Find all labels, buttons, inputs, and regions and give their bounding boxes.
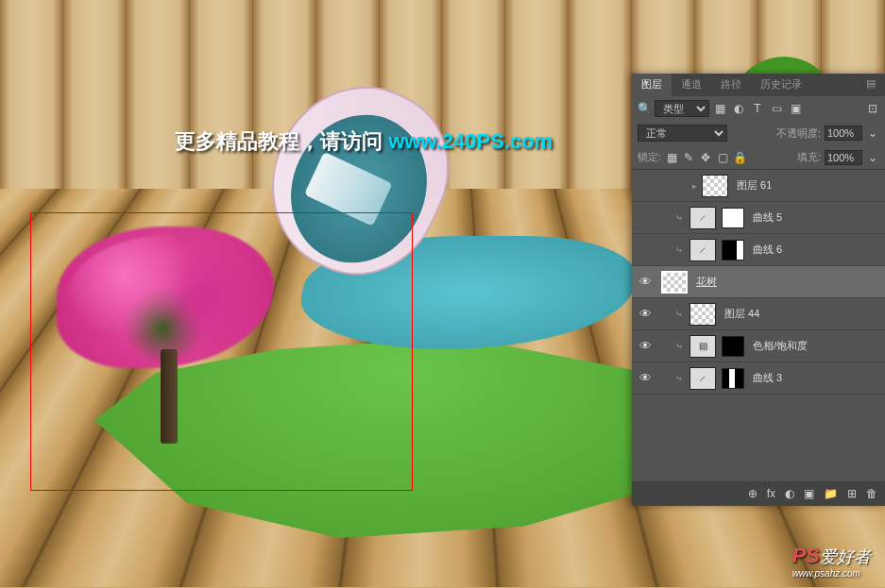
layers-panel: 图层 通道 路径 历史记录 ▤ 🔍 类型 ▦ ◐ T ▭ ▣ ⊡ 正常 不透明度… (632, 74, 885, 506)
adjustment-layer-icon[interactable]: ▣ (804, 487, 814, 500)
layer-item-selected[interactable]: 👁 花树 (632, 266, 885, 298)
tab-paths[interactable]: 路径 (711, 74, 751, 96)
new-layer-icon[interactable]: ⊞ (847, 487, 857, 500)
visibility-toggle[interactable]: 👁 (636, 273, 655, 292)
chevron-down-icon[interactable]: ⌄ (866, 151, 879, 164)
lock-brush-icon[interactable]: ✎ (682, 151, 695, 164)
layer-mask-icon[interactable]: ◐ (785, 487, 794, 500)
filter-adjustment-icon[interactable]: ◐ (732, 102, 745, 115)
tab-channels[interactable]: 通道 (672, 74, 711, 96)
layer-thumbnail[interactable]: ▤ (689, 335, 716, 358)
filter-type-icon[interactable]: T (751, 102, 764, 115)
layer-mask-thumbnail[interactable] (722, 368, 744, 389)
lock-artboard-icon[interactable]: ▢ (716, 151, 729, 164)
layer-thumbnail[interactable] (689, 303, 716, 326)
lock-row: 锁定: ▦ ✎ ✥ ▢ 🔒 填充: ⌄ (632, 145, 885, 170)
flower-tree-element (57, 227, 302, 462)
layer-thumbnail[interactable] (661, 271, 688, 294)
clip-indicator-icon: ⤷ (675, 341, 687, 351)
panel-tabs: 图层 通道 路径 历史记录 ▤ (632, 74, 885, 96)
layer-item[interactable]: 👁 ⤷ 图层 44 (632, 298, 885, 330)
clip-indicator-icon: ⤷ (675, 309, 687, 319)
filter-toggle-icon[interactable]: ⊡ (866, 102, 879, 115)
filter-pixel-icon[interactable]: ▦ (713, 102, 726, 115)
visibility-toggle[interactable] (636, 241, 655, 260)
layer-name-label[interactable]: 色相/饱和度 (753, 339, 808, 353)
visibility-toggle[interactable]: 👁 (636, 337, 655, 356)
lock-position-icon[interactable]: ✥ (699, 151, 712, 164)
link-layers-icon[interactable]: ⊕ (748, 487, 757, 500)
layer-thumbnail[interactable] (702, 175, 728, 197)
lock-label: 锁定: (638, 150, 661, 164)
visibility-toggle[interactable] (636, 176, 655, 195)
fill-input[interactable] (825, 150, 862, 165)
layer-item[interactable]: ⤷ ⟋ 曲线 6 (632, 234, 885, 266)
delete-layer-icon[interactable]: 🗑 (866, 487, 877, 500)
filter-shape-icon[interactable]: ▭ (770, 102, 783, 115)
lock-transparency-icon[interactable]: ▦ (665, 151, 678, 164)
layer-name-label[interactable]: 花树 (696, 275, 717, 289)
tab-history[interactable]: 历史记录 (751, 74, 811, 96)
tab-layers[interactable]: 图层 (632, 74, 672, 96)
layer-name-label[interactable]: 曲线 5 (753, 210, 782, 225)
watermark-logo: PS爱好者 www.psahz.com (792, 544, 871, 579)
visibility-toggle[interactable] (636, 209, 655, 227)
layer-thumbnail[interactable]: ⟋ (689, 239, 716, 261)
panel-menu-icon[interactable]: ▤ (857, 74, 885, 96)
layer-item[interactable]: ⤷ ⟋ 曲线 5 (632, 202, 885, 234)
layer-effects-icon[interactable]: fx (767, 487, 775, 500)
layer-name-label[interactable]: 曲线 3 (753, 371, 782, 385)
layer-thumbnail[interactable]: ⟋ (689, 207, 716, 229)
filter-row: 🔍 类型 ▦ ◐ T ▭ ▣ ⊡ (632, 96, 885, 121)
opacity-label: 不透明度: (776, 126, 821, 141)
clip-indicator-icon: ⤷ (675, 244, 687, 255)
search-icon[interactable]: 🔍 (638, 102, 651, 115)
fill-label: 填充: (797, 150, 821, 164)
layer-item[interactable]: ▸ 图层 61 (632, 170, 885, 202)
layer-mask-thumbnail[interactable] (722, 336, 744, 357)
layer-name-label[interactable]: 图层 44 (724, 307, 759, 321)
layer-group-icon[interactable]: 📁 (824, 487, 838, 500)
blend-mode-select[interactable]: 正常 (638, 125, 727, 142)
layer-list: ▸ 图层 61 ⤷ ⟋ 曲线 5 ⤷ ⟋ 曲线 6 👁 花树 (632, 170, 885, 481)
layer-item[interactable]: 👁 ⤷ ⟋ 曲线 3 (632, 362, 885, 395)
visibility-toggle[interactable]: 👁 (636, 305, 655, 324)
watermark-text: 更多精品教程，请访问 www.240PS.com (175, 127, 553, 156)
clip-indicator-icon: ⤷ (675, 373, 687, 383)
layer-mask-thumbnail[interactable] (722, 208, 744, 228)
layer-name-label[interactable]: 曲线 6 (753, 243, 782, 257)
chevron-down-icon[interactable]: ⌄ (866, 126, 879, 140)
layer-mask-thumbnail[interactable] (722, 240, 744, 260)
lock-all-icon[interactable]: 🔒 (733, 151, 746, 164)
layer-thumbnail[interactable]: ⟋ (689, 367, 716, 390)
layer-name-label[interactable]: 图层 61 (737, 178, 772, 193)
filter-kind-select[interactable]: 类型 (655, 100, 709, 117)
visibility-toggle[interactable]: 👁 (636, 369, 655, 388)
opacity-input[interactable] (825, 126, 862, 141)
layer-item[interactable]: 👁 ⤷ ▤ 色相/饱和度 (632, 330, 885, 362)
blend-row: 正常 不透明度: ⌄ (632, 121, 885, 145)
filter-smart-icon[interactable]: ▣ (789, 102, 802, 115)
clip-indicator-icon: ⤷ (675, 212, 687, 223)
panel-footer: ⊕ fx ◐ ▣ 📁 ⊞ 🗑 (632, 481, 885, 506)
